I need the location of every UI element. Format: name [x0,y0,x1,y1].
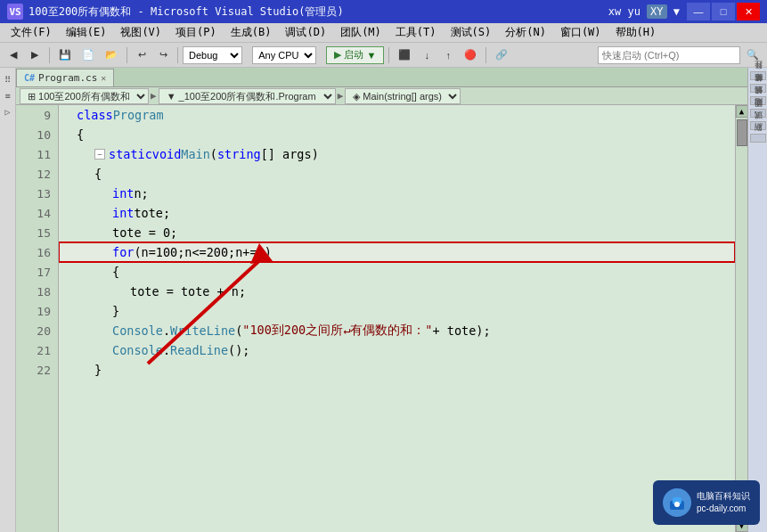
token: + tote); [433,323,491,338]
scroll-thumb[interactable] [737,119,747,146]
token: for [112,245,134,259]
menu-tools[interactable]: 工具(T) [388,23,444,42]
right-panel-item-6[interactable]: 刷新 [750,134,766,143]
menu-debug[interactable]: 调试(D) [278,23,333,42]
menu-team[interactable]: 团队(M) [333,23,388,42]
token: tote = 0; [112,225,177,240]
platform-select[interactable]: Any CPU [252,46,316,64]
toolbar-open[interactable]: 📂 [101,45,122,65]
minimize-button[interactable]: — [687,3,710,20]
expand-icon-line-11[interactable]: − [94,149,105,160]
line-number-13: 13 [16,184,58,203]
menu-analyze[interactable]: 分析(N) [498,23,553,42]
method-selector[interactable]: ◈ Main(string[] args) [345,88,461,104]
token: . [163,323,170,338]
code-content[interactable]: class Program{−static void Main(string[]… [59,105,735,532]
editor-container: C# Program.cs ✕ ⊞ 100至200所有偶数和 ▶ ▼ _100至… [16,68,747,532]
play-icon: ▶ [334,49,341,61]
token: Console [112,343,163,357]
token: ( [235,323,242,338]
code-line-21: Console.ReadLine(); [59,340,735,360]
maximize-button[interactable]: □ [712,3,735,20]
watermark-text: 电脑百科知识 pc-daily.com [697,490,750,515]
namespace-selector[interactable]: ⊞ 100至200所有偶数和 [20,88,149,104]
line-number-12: 12 [16,164,58,184]
line-number-14: 14 [16,203,58,223]
right-panel-item-5[interactable]: 测试 [750,121,766,130]
code-line-19: } [59,301,735,321]
code-line-15: tote = 0; [59,223,735,242]
scroll-up-button[interactable]: ▲ [736,105,748,118]
token: WriteLine [170,323,235,338]
code-line-11: −static void Main(string[] args) [59,144,735,164]
start-button[interactable]: ▶ 启动 ▼ [326,46,384,64]
close-button[interactable]: ✕ [737,3,760,20]
right-panel-item-1[interactable]: 注释 [750,71,766,80]
token: "100到200之间所↵有偶数的和：" [242,323,432,339]
toolbar-separator-1 [49,47,50,63]
user-area: xw yu XY ▼ [608,4,680,19]
toolbar-step-over[interactable]: ⬛ [394,45,415,65]
token: { [77,127,84,142]
line-number-9: 9 [16,105,58,125]
code-line-16: for(n=100;n<=200;n+=2) [59,242,735,262]
tab-program-cs[interactable]: C# Program.cs ✕ [16,69,114,86]
tab-close-icon[interactable]: ✕ [101,73,106,83]
token: int [112,186,134,201]
nav-arrow-2: ▶ [338,90,344,102]
cs-file-icon: C# [24,73,35,83]
menu-edit[interactable]: 编辑(E) [59,23,114,42]
debug-mode-select[interactable]: Debug Release [183,46,242,64]
token: string [217,147,261,161]
toolbar-step-in[interactable]: ↓ [417,45,437,65]
code-line-22: } [59,360,735,380]
right-panel-item-3[interactable]: 候选解 [750,96,766,105]
left-gutter: ⠿ ≡ ▷ [0,68,16,532]
toolbar-breakpoint[interactable]: 🔴 [460,45,481,65]
menu-help[interactable]: 帮助(H) [608,23,664,42]
class-selector[interactable]: ▼ _100至200所有偶数和.Program [159,88,336,104]
right-panel-item-2[interactable]: 标签策略 [750,84,766,93]
start-dropdown-icon: ▼ [366,50,376,61]
code-line-18: tote = tote + n; [59,282,735,301]
code-line-14: int tote; [59,203,735,223]
token: Main [181,147,210,161]
code-line-9: class Program [59,105,735,125]
toolbar-step-out[interactable]: ↑ [438,45,458,65]
token: } [112,304,119,318]
menu-project[interactable]: 项目(P) [168,23,224,42]
menu-bar: 文件(F) 编辑(E) 视图(V) 项目(P) 生成(B) 调试(D) 团队(M… [0,23,767,43]
toolbar-forward[interactable]: ▶ [25,45,45,65]
line-number-16: 16 [16,242,58,262]
toolbar-attach[interactable]: 🔗 [491,45,512,65]
menu-test[interactable]: 测试(S) [444,23,499,42]
watermark-line1: 电脑百科知识 [697,490,750,503]
token: tote; [134,206,170,220]
toolbar-undo[interactable]: ↩ [132,45,151,65]
toolbar-separator-2 [126,47,127,63]
toolbar-new[interactable]: 📄 [78,45,99,65]
quick-search-input[interactable] [598,46,740,64]
code-line-12: { [59,164,735,184]
toolbar-back[interactable]: ◀ [4,45,23,65]
line-number-21: 21 [16,340,58,360]
right-panel-item-4[interactable]: 固定功能 [750,109,766,118]
toolbar-redo[interactable]: ↪ [153,45,173,65]
nav-breadcrumb: ⊞ 100至200所有偶数和 ▶ ▼ _100至200所有偶数和.Program… [16,87,747,105]
menu-window[interactable]: 窗口(W) [553,23,608,42]
token: ReadLine [170,343,228,357]
search-button[interactable]: 🔍 [742,45,763,65]
menu-view[interactable]: 视图(V) [113,23,168,42]
token: { [94,167,102,181]
token: } [94,363,102,377]
code-line-17: { [59,262,735,282]
line-number-18: 18 [16,282,58,301]
menu-file[interactable]: 文件(F) [4,23,59,42]
token: (); [228,343,249,357]
toolbar-save[interactable]: 💾 [54,45,76,65]
toolbar-separator-3 [177,47,178,63]
line-number-11: 11 [16,144,58,164]
code-line-13: int n; [59,184,735,203]
menu-build[interactable]: 生成(B) [224,23,279,42]
right-scrollbar[interactable]: ▲ ▼ [735,105,747,532]
